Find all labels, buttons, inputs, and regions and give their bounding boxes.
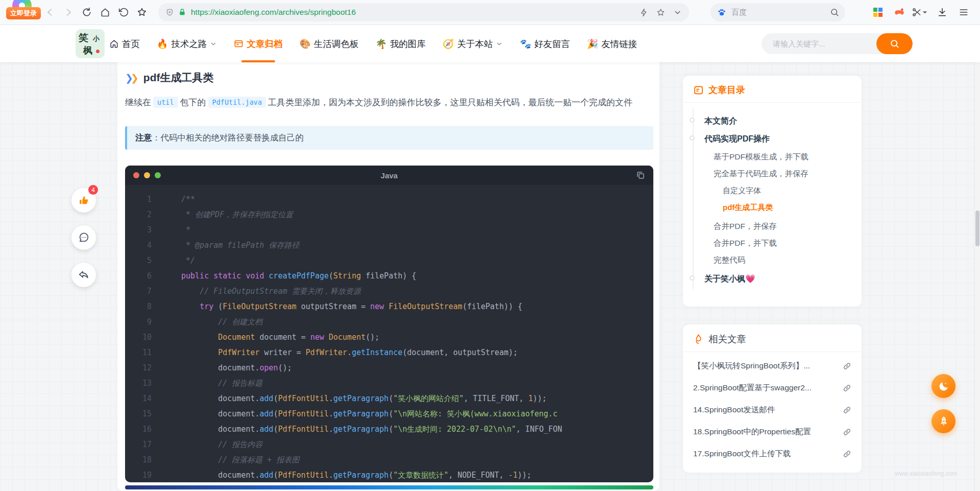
related-article-title: 14.SpringBoot发送邮件 xyxy=(693,405,775,415)
link-icon xyxy=(843,362,851,370)
code-line: 6public static void createPdfPage(String… xyxy=(125,268,653,284)
code-lines[interactable]: 1/**2 * 创建PDF，并保存到指定位置3 *4 * @param file… xyxy=(125,185,653,482)
code-line: 12 document.open(); xyxy=(125,360,653,376)
copy-code-icon[interactable] xyxy=(636,171,645,180)
toc-header: 文章目录 xyxy=(683,76,862,103)
chevron-down-icon xyxy=(496,40,503,48)
code-line: 15 document.add(PdfFontUtil.getParagraph… xyxy=(125,406,653,422)
line-number: 10 xyxy=(125,330,152,345)
link-icon xyxy=(843,450,851,458)
toc-item-9[interactable]: 关于笑小枫💗 xyxy=(683,273,862,285)
home-icon xyxy=(100,7,110,17)
dark-mode-button[interactable] xyxy=(932,374,955,398)
archive-icon xyxy=(234,39,243,49)
refresh-icon xyxy=(82,7,92,17)
home-button[interactable] xyxy=(96,3,114,21)
article-paragraph: 继续在util包下的PdfUtil.java工具类里添加，因为本文涉及到的操作比… xyxy=(125,94,653,111)
nav-item-3[interactable]: 🎨生活调色板 xyxy=(299,25,358,62)
related-article-2[interactable]: 14.SpringBoot发送邮件 xyxy=(693,399,851,421)
toc-item-label: 关于笑小枫💗 xyxy=(704,274,755,283)
apps-grid-icon xyxy=(873,8,883,17)
search-engine-label[interactable]: 百度 xyxy=(731,8,830,17)
toc-item-7[interactable]: 合并PDF，并下载 xyxy=(683,237,862,249)
toc-item-4[interactable]: 自定义字体 xyxy=(683,184,862,197)
bookmark-button[interactable] xyxy=(133,3,151,21)
search-icon[interactable] xyxy=(830,8,839,17)
toc-item-0[interactable]: 本文简介 xyxy=(683,115,862,127)
chevron-down-icon[interactable] xyxy=(673,8,682,17)
like-button[interactable]: 4 xyxy=(71,188,96,213)
nav-item-1[interactable]: 🔥技术之路 xyxy=(157,25,217,62)
nav-item-7[interactable]: 🎉友情链接 xyxy=(587,25,637,62)
toc-item-2[interactable]: 基于PDF模板生成，并下载 xyxy=(683,151,862,163)
nav-item-label: 技术之路 xyxy=(171,38,207,50)
related-article-1[interactable]: 2.SpringBoot配置基于swagger2... xyxy=(693,377,851,399)
screenshot-button[interactable] xyxy=(912,3,930,21)
related-article-title: 2.SpringBoot配置基于swagger2... xyxy=(693,383,812,393)
browser-logo[interactable]: 立即登录 xyxy=(5,0,41,25)
downloads-button[interactable] xyxy=(933,3,951,21)
shield-icon xyxy=(165,8,174,17)
page-body: ❯ ❯ pdf生成工具类 继续在util包下的PdfUtil.java工具类里添… xyxy=(0,62,980,491)
nav-item-label: 文章归档 xyxy=(247,38,282,50)
site-logo[interactable]: 笑 小 枫 xyxy=(76,29,105,58)
comments-button[interactable] xyxy=(71,225,96,250)
back-button[interactable] xyxy=(41,3,59,21)
site-search-button[interactable] xyxy=(876,33,913,54)
nav-item-2[interactable]: 文章归档 xyxy=(234,25,282,62)
related-article-3[interactable]: 18.SpringBoot中的Properties配置 xyxy=(693,421,851,443)
toc-item-3[interactable]: 完全基于代码生成，并保存 xyxy=(683,168,862,180)
back-to-top-button[interactable] xyxy=(932,409,955,433)
nav-item-4[interactable]: 🌴我的图库 xyxy=(375,25,425,62)
screen: 立即登录 https://xiaoxiaofeng.com/archives/s… xyxy=(0,0,980,491)
login-button[interactable]: 立即登录 xyxy=(6,7,41,19)
share-button[interactable] xyxy=(71,263,96,287)
nav-item-5[interactable]: 🧭关于本站 xyxy=(443,25,503,62)
active-tab-indicator xyxy=(241,60,275,62)
code-line: 7 // FileOutputStream 需要关闭，释放资源 xyxy=(125,284,653,299)
flash-icon[interactable] xyxy=(640,8,648,17)
toc-item-8[interactable]: 完整代码 xyxy=(683,254,862,266)
code-horizontal-scrollbar[interactable] xyxy=(125,485,653,489)
emoji-icon: 🌴 xyxy=(375,39,386,49)
apps-button[interactable] xyxy=(869,3,887,21)
url-text[interactable]: https://xiaoxiaofeng.com/archives/spring… xyxy=(191,8,356,17)
home-icon xyxy=(109,39,119,49)
code-line: 11 PdfWriter writer = PdfWriter.getInsta… xyxy=(125,345,653,360)
link-icon xyxy=(843,384,851,392)
code-line: 13 // 报告标题 xyxy=(125,376,653,391)
site-search-input[interactable] xyxy=(762,39,876,48)
nav-item-0[interactable]: 首页 xyxy=(109,25,140,62)
code-line: 9 // 创建文档 xyxy=(125,314,653,330)
toc-marker-dot xyxy=(690,275,695,280)
refresh-button[interactable] xyxy=(78,3,96,21)
line-number: 3 xyxy=(125,222,152,238)
nav-item-6[interactable]: 🐾好友留言 xyxy=(520,25,570,62)
toc-marker-dot xyxy=(690,118,695,123)
quick-search-box[interactable]: 百度 xyxy=(710,3,845,21)
forward-button[interactable] xyxy=(59,3,78,21)
toc-item-6[interactable]: 合并PDF，并保存 xyxy=(683,220,862,232)
toc-marker-dot xyxy=(690,135,695,141)
related-article-0[interactable]: 【笑小枫玩转SpringBoot系列】... xyxy=(693,355,851,377)
toc-item-1[interactable]: 代码实现PDF操作 xyxy=(683,133,862,145)
toc-icon xyxy=(693,85,704,96)
code-language-label: Java xyxy=(125,171,653,180)
toc-item-5[interactable]: pdf生成工具类 xyxy=(683,201,862,214)
restore-button[interactable] xyxy=(114,3,133,21)
menu-button[interactable] xyxy=(954,3,973,21)
page-scrollbar-track[interactable] xyxy=(974,25,980,491)
toc-item-label: 基于PDF模板生成，并下载 xyxy=(714,152,808,161)
games-button[interactable] xyxy=(890,3,909,21)
page-scrollbar-thumb[interactable] xyxy=(975,211,979,246)
address-bar[interactable]: https://xiaoxiaofeng.com/archives/spring… xyxy=(158,3,689,21)
line-number: 4 xyxy=(125,238,152,253)
browser-toolbar: 立即登录 https://xiaoxiaofeng.com/archives/s… xyxy=(0,0,980,25)
code-block: Java 1/**2 * 创建PDF，并保存到指定位置3 *4 * @param… xyxy=(125,166,653,482)
favorite-star-icon[interactable] xyxy=(656,8,665,17)
toc-item-label: 完整代码 xyxy=(714,255,745,264)
main-nav: 首页🔥技术之路文章归档🎨生活调色板🌴我的图库🧭关于本站🐾好友留言🎉友情链接 xyxy=(109,25,637,62)
code-line: 14 document.add(PdfFontUtil.getParagraph… xyxy=(125,391,653,406)
related-article-4[interactable]: 17.SpringBoot文件上传下载 xyxy=(693,443,851,465)
line-number: 14 xyxy=(125,391,152,406)
